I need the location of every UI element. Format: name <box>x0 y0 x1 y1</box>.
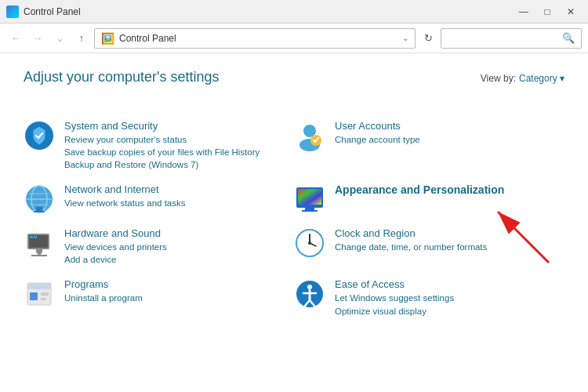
ease-of-access-content: Ease of Access Let Windows suggest setti… <box>335 278 564 317</box>
app-icon <box>6 5 19 18</box>
appearance-content: Appearance and Personalization <box>335 183 564 198</box>
svg-rect-30 <box>30 292 38 300</box>
maximize-button[interactable]: □ <box>536 4 558 20</box>
svg-point-34 <box>307 285 312 289</box>
title-bar: Control Panel — □ ✕ <box>0 0 588 24</box>
svg-rect-29 <box>27 283 51 289</box>
appearance-icon <box>294 183 325 215</box>
user-accounts-content: User Accounts Change account type <box>335 120 564 146</box>
programs-title[interactable]: Programs <box>64 278 294 290</box>
svg-rect-15 <box>302 210 318 212</box>
minimize-button[interactable]: — <box>513 4 535 20</box>
view-by-control: View by: Category ▾ <box>481 73 564 84</box>
svg-rect-32 <box>41 298 46 300</box>
category-programs[interactable]: Programs Uninstall a program <box>24 272 294 323</box>
ease-of-access-icon <box>294 278 325 310</box>
content-area: System and Security Review your computer… <box>24 114 564 324</box>
user-accounts-title[interactable]: User Accounts <box>335 120 564 132</box>
forward-button[interactable]: → <box>28 29 47 48</box>
category-network-internet[interactable]: Network and Internet View network status… <box>24 177 294 221</box>
window-title: Control Panel <box>24 6 81 17</box>
window-controls: — □ ✕ <box>513 4 582 20</box>
clock-region-icon <box>294 227 325 259</box>
address-chevron-icon: ⌄ <box>402 34 408 42</box>
programs-link-1[interactable]: Uninstall a program <box>64 292 294 304</box>
close-button[interactable]: ✕ <box>560 4 582 20</box>
category-user-accounts[interactable]: User Accounts Change account type <box>294 114 564 177</box>
svg-rect-22 <box>34 236 37 238</box>
svg-rect-19 <box>36 249 42 252</box>
dropdown-button[interactable]: ⌄ <box>50 29 69 48</box>
category-system-security[interactable]: System and Security Review your computer… <box>24 114 294 177</box>
network-internet-icon <box>24 183 55 215</box>
system-security-title[interactable]: System and Security <box>64 120 294 132</box>
page-title: Adjust your computer's settings <box>24 69 220 85</box>
svg-rect-10 <box>34 211 45 212</box>
address-text: Control Panel <box>119 33 397 44</box>
ease-of-access-link-1[interactable]: Let Windows suggest settings <box>335 292 564 304</box>
categories-grid: System and Security Review your computer… <box>24 114 564 324</box>
hardware-sound-link-1[interactable]: View devices and printers <box>64 241 294 253</box>
ease-of-access-title[interactable]: Ease of Access <box>335 278 564 290</box>
system-security-content: System and Security Review your computer… <box>64 120 294 171</box>
user-accounts-link-1[interactable]: Change account type <box>335 133 564 146</box>
search-icon: 🔍 <box>562 32 575 44</box>
hardware-sound-content: Hardware and Sound View devices and prin… <box>64 227 294 266</box>
programs-content: Programs Uninstall a program <box>64 278 294 304</box>
system-security-icon <box>24 120 55 151</box>
svg-rect-13 <box>298 189 321 205</box>
hardware-sound-icon <box>24 227 55 259</box>
network-internet-title[interactable]: Network and Internet <box>64 183 294 195</box>
hardware-sound-title[interactable]: Hardware and Sound <box>64 227 294 239</box>
network-internet-content: Network and Internet View network status… <box>64 183 294 209</box>
back-button[interactable]: ← <box>6 29 25 48</box>
view-by-button[interactable]: Category ▾ <box>519 73 564 84</box>
system-security-link-3[interactable]: Backup and Restore (Windows 7) <box>64 158 294 171</box>
search-field[interactable]: 🔍 <box>441 28 582 49</box>
ease-of-access-link-2[interactable]: Optimize visual display <box>335 305 564 318</box>
view-by-label: View by: <box>481 73 516 84</box>
clock-region-title[interactable]: Clock and Region <box>335 227 564 239</box>
address-bar: ← → ⌄ ↑ 🖼️ Control Panel ⌄ ↻ 🔍 <box>0 24 588 53</box>
category-appearance[interactable]: Appearance and Personalization <box>294 177 564 221</box>
svg-rect-21 <box>30 236 33 238</box>
clock-region-content: Clock and Region Change date, time, or n… <box>335 227 564 253</box>
programs-icon <box>24 278 55 310</box>
main-content: Adjust your computer's settings View by:… <box>0 53 588 339</box>
address-field[interactable]: 🖼️ Control Panel ⌄ <box>94 28 416 49</box>
svg-rect-20 <box>31 255 47 256</box>
appearance-title[interactable]: Appearance and Personalization <box>335 183 564 196</box>
refresh-button[interactable]: ↻ <box>419 29 437 48</box>
address-icon: 🖼️ <box>101 32 114 45</box>
system-security-link-1[interactable]: Review your computer's status <box>64 133 294 146</box>
svg-rect-31 <box>41 292 49 296</box>
category-clock-region[interactable]: Clock and Region Change date, time, or n… <box>294 221 564 272</box>
clock-region-link-1[interactable]: Change date, time, or number formats <box>335 241 564 253</box>
system-security-link-2[interactable]: Save backup copies of your files with Fi… <box>64 146 294 158</box>
hardware-sound-link-2[interactable]: Add a device <box>64 253 294 266</box>
user-accounts-icon <box>294 120 325 151</box>
up-button[interactable]: ↑ <box>72 29 91 48</box>
network-internet-link-1[interactable]: View network status and tasks <box>64 197 294 209</box>
category-ease-of-access[interactable]: Ease of Access Let Windows suggest setti… <box>294 272 564 323</box>
category-hardware-sound[interactable]: Hardware and Sound View devices and prin… <box>24 221 294 272</box>
